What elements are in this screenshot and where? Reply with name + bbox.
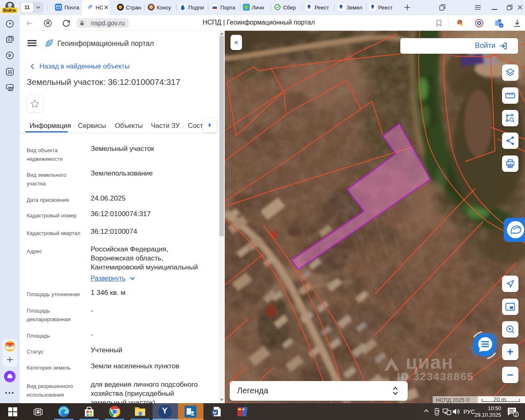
svg-text:11: 11 [7, 69, 12, 74]
svg-text:Я: Я [46, 21, 50, 25]
svg-text:W: W [213, 411, 217, 415]
svg-text:2: 2 [515, 412, 517, 417]
